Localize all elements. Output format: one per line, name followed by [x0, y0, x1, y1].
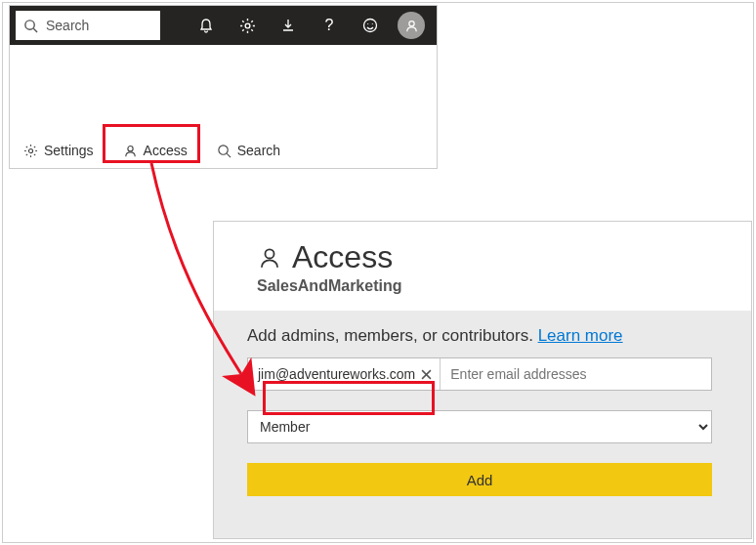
person-icon	[404, 19, 419, 33]
svg-point-9	[219, 145, 228, 153]
tab-settings[interactable]: Settings	[18, 139, 100, 162]
help-button[interactable]: ?	[310, 6, 349, 45]
remove-chip-button[interactable]	[421, 369, 432, 380]
access-panel: Access SalesAndMarketing Add admins, mem…	[213, 221, 752, 539]
person-icon	[257, 245, 282, 271]
profile-button[interactable]	[392, 6, 431, 45]
tab-label: Settings	[44, 143, 94, 158]
workspace-tabbar: Settings Access Search	[10, 133, 437, 168]
global-search[interactable]: Search	[16, 11, 160, 40]
search-placeholder-text: Search	[46, 18, 89, 33]
workspace-header-panel: Search ? Settings Access	[9, 5, 438, 169]
instruction-text: Add admins, members, or contributors.	[247, 326, 538, 345]
search-icon	[217, 144, 231, 158]
svg-point-5	[372, 23, 373, 24]
gear-icon	[23, 144, 38, 158]
svg-point-4	[367, 23, 368, 24]
bell-icon	[198, 18, 214, 33]
svg-line-1	[33, 28, 37, 32]
download-button[interactable]	[269, 6, 308, 45]
instruction-row: Add admins, members, or contributors. Le…	[247, 326, 712, 346]
role-select[interactable]: Member	[247, 410, 712, 443]
access-title-row: Access	[257, 239, 708, 275]
email-input[interactable]	[441, 358, 711, 390]
svg-point-3	[364, 20, 377, 32]
tab-label: Search	[237, 143, 280, 158]
gear-icon	[239, 18, 256, 34]
smile-icon	[362, 18, 378, 33]
email-input-row: jim@adventureworks.com	[247, 357, 712, 391]
svg-point-11	[265, 249, 273, 258]
download-icon	[280, 18, 296, 33]
tab-label: Access	[144, 143, 188, 158]
svg-point-2	[245, 23, 250, 28]
feedback-button[interactable]	[351, 6, 390, 45]
app-topbar: Search ?	[10, 6, 437, 45]
tab-search[interactable]: Search	[211, 139, 286, 162]
page-title: Access	[292, 239, 393, 275]
learn-more-link[interactable]: Learn more	[538, 326, 623, 345]
svg-point-6	[408, 21, 413, 25]
svg-line-10	[227, 153, 231, 157]
add-button[interactable]: Add	[247, 463, 712, 496]
access-header: Access SalesAndMarketing	[214, 222, 751, 311]
workspace-name: SalesAndMarketing	[257, 277, 708, 295]
tab-access[interactable]: Access	[117, 139, 193, 162]
notifications-button[interactable]	[187, 6, 226, 45]
svg-point-8	[127, 146, 132, 150]
search-icon	[23, 19, 38, 33]
email-chip-text: jim@adventureworks.com	[258, 366, 415, 382]
svg-point-0	[25, 20, 34, 28]
help-icon: ?	[325, 17, 334, 34]
svg-point-7	[28, 148, 32, 152]
email-chip: jim@adventureworks.com	[248, 358, 441, 390]
avatar	[398, 12, 425, 39]
access-body: Add admins, members, or contributors. Le…	[214, 311, 751, 496]
person-icon	[123, 144, 138, 158]
settings-button[interactable]	[228, 6, 267, 45]
close-icon	[421, 369, 432, 380]
